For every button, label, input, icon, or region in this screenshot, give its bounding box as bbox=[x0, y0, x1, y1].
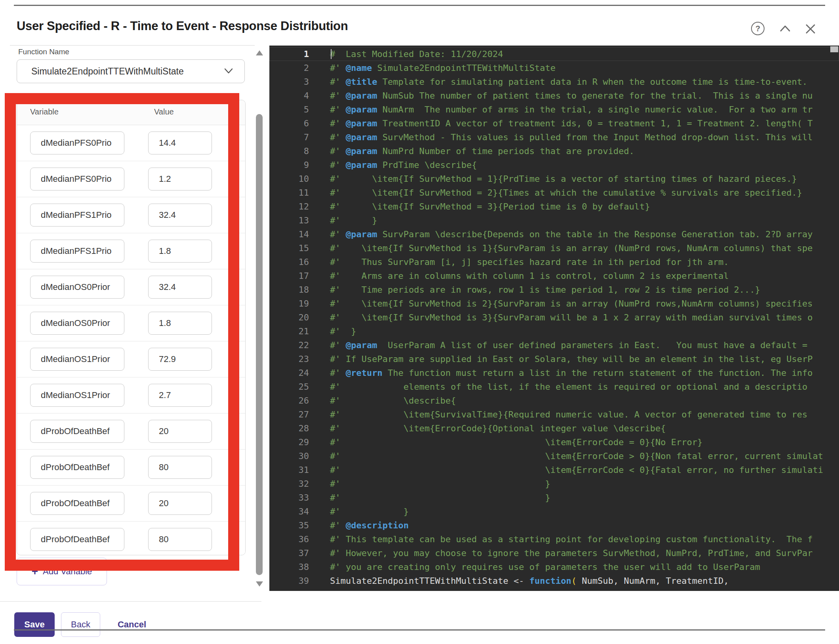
variable-input[interactable] bbox=[30, 420, 124, 443]
code-text: #' \item{ErrorCode = 0}{No Error} bbox=[330, 435, 702, 449]
code-editor[interactable]: 1# Last Modified Date: 11/20/20242#' @na… bbox=[269, 46, 839, 591]
value-input[interactable] bbox=[148, 528, 212, 551]
code-line: 36#' This template can be used as a star… bbox=[269, 532, 839, 546]
code-line: 26#' \describe{ bbox=[269, 394, 839, 408]
variable-input[interactable] bbox=[30, 276, 124, 299]
variable-input[interactable] bbox=[30, 168, 124, 191]
code-line: 29#' \item{ErrorCode = 0}{No Error} bbox=[269, 435, 839, 449]
code-text: SurvMethod, NumPrd, PrdTime, SurvParam, bbox=[330, 588, 786, 591]
code-line: 39Simulate2EndpointTTEWithMultiState <- … bbox=[269, 574, 839, 588]
code-text: #' \item{ErrorCode < 0}{Fatal error, no … bbox=[330, 463, 823, 477]
code-text: #' @param NumArm The number of arms in t… bbox=[330, 103, 813, 116]
code-text: #' \item{If SurvMethod = 1}{PrdTime is a… bbox=[330, 172, 797, 186]
line-number: 35 bbox=[269, 518, 317, 532]
value-input[interactable] bbox=[148, 204, 212, 227]
scroll-up-arrow[interactable] bbox=[256, 50, 263, 55]
code-text: #' \item{If SurvMethod = 2}{Times at whi… bbox=[330, 186, 802, 200]
line-number: 14 bbox=[269, 227, 317, 241]
scroll-down-arrow[interactable] bbox=[256, 581, 263, 587]
code-text: #' @param NumSub The number of patient t… bbox=[330, 89, 813, 103]
table-row bbox=[17, 269, 245, 305]
value-input[interactable] bbox=[148, 420, 212, 443]
line-number: 6 bbox=[269, 116, 317, 130]
code-text: #' elements of the list, if the element … bbox=[330, 380, 807, 394]
add-variable-button[interactable]: + Add Variable bbox=[17, 558, 107, 585]
code-text: #' \item{ErrorCode > 0}{Non fatal error,… bbox=[330, 449, 823, 463]
table-row bbox=[17, 413, 245, 450]
variable-input[interactable] bbox=[30, 492, 124, 515]
code-text: #' @param NumPrd Number of time periods … bbox=[330, 144, 634, 158]
column-header-value: Value bbox=[154, 107, 174, 116]
value-input[interactable] bbox=[148, 348, 212, 371]
line-number: 23 bbox=[269, 352, 317, 366]
top-divider bbox=[14, 5, 825, 6]
table-row bbox=[17, 486, 245, 522]
value-input[interactable] bbox=[148, 168, 212, 191]
code-text: #' @param UserParam A list of user defin… bbox=[330, 338, 807, 352]
save-button[interactable]: Save bbox=[14, 612, 55, 637]
variable-input[interactable] bbox=[30, 312, 124, 335]
table-row bbox=[17, 450, 245, 486]
table-row bbox=[17, 305, 245, 341]
code-text: #' @param SurvParam \describe{Depends on… bbox=[330, 227, 813, 241]
variable-input[interactable] bbox=[30, 348, 124, 371]
help-icon[interactable]: ? bbox=[751, 22, 765, 36]
line-number: 37 bbox=[269, 546, 317, 560]
line-number: 22 bbox=[269, 338, 317, 352]
code-text: #' } bbox=[330, 505, 409, 518]
code-line: 18#' Time periods are in rows, row 1 is … bbox=[269, 283, 839, 297]
code-text: #' This template can be used as a starti… bbox=[330, 532, 813, 546]
value-input[interactable] bbox=[148, 312, 212, 335]
scrollbar-thumb[interactable] bbox=[256, 114, 263, 575]
code-text: #' \item{If SurvMethod is 1}{SurvParam i… bbox=[330, 241, 813, 255]
value-input[interactable] bbox=[148, 131, 212, 154]
variable-input[interactable] bbox=[30, 240, 124, 263]
code-line: 28#' \item{ErrorCode}{Optional integer v… bbox=[269, 421, 839, 435]
cancel-button[interactable]: Cancel bbox=[112, 612, 152, 637]
code-text: # Last Modified Date: 11/20/2024 bbox=[330, 47, 503, 61]
value-input[interactable] bbox=[148, 456, 212, 479]
line-number: 17 bbox=[269, 269, 317, 283]
footer-divider bbox=[0, 601, 261, 602]
line-number: 24 bbox=[269, 366, 317, 380]
code-lines: 1# Last Modified Date: 11/20/20242#' @na… bbox=[269, 47, 839, 591]
table-row bbox=[17, 125, 245, 161]
variable-input[interactable] bbox=[30, 204, 124, 227]
line-number: 18 bbox=[269, 283, 317, 297]
line-number: 31 bbox=[269, 463, 317, 477]
value-input[interactable] bbox=[148, 240, 212, 263]
line-number: 5 bbox=[269, 103, 317, 116]
close-icon[interactable] bbox=[803, 22, 818, 36]
add-variable-label: Add Variable bbox=[43, 566, 92, 577]
variable-input[interactable] bbox=[30, 528, 124, 551]
variable-input[interactable] bbox=[30, 456, 124, 479]
function-name-dropdown[interactable]: Simulate2EndpointTTEWithMultiState bbox=[17, 59, 245, 83]
code-line: 16#' Thus SurvParam [i, j] specifies haz… bbox=[269, 255, 839, 269]
code-line: 32#' } bbox=[269, 477, 839, 491]
code-line: 34#' } bbox=[269, 505, 839, 518]
back-button[interactable]: Back bbox=[61, 612, 100, 637]
chevron-up-icon[interactable] bbox=[778, 22, 792, 36]
code-line: 15#' \item{If SurvMethod is 1}{SurvParam… bbox=[269, 241, 839, 255]
value-input[interactable] bbox=[148, 276, 212, 299]
line-number: 32 bbox=[269, 477, 317, 491]
variable-table: Variable Value bbox=[17, 100, 246, 555]
panel-scrollbar bbox=[254, 46, 265, 591]
code-text: #' @param TreatmentID A vector of treatm… bbox=[330, 116, 813, 130]
bottom-divider bbox=[14, 629, 825, 631]
code-text: #' @name Simulate2EndpointTTEWithMultiSt… bbox=[330, 61, 556, 75]
code-text: #' However, you may choose to ignore the… bbox=[330, 546, 813, 560]
code-line: 33#' } bbox=[269, 491, 839, 505]
variable-input[interactable] bbox=[30, 384, 124, 407]
line-number: 1 bbox=[269, 47, 317, 61]
editor-scrollbar-thumb[interactable] bbox=[830, 46, 838, 52]
line-number: 33 bbox=[269, 491, 317, 505]
variable-input[interactable] bbox=[30, 131, 124, 154]
code-line: 14#' @param SurvParam \describe{Depends … bbox=[269, 227, 839, 241]
code-text: #' Thus SurvParam [i, j] specifies hazar… bbox=[330, 255, 729, 269]
column-header-variable: Variable bbox=[30, 107, 59, 116]
value-input[interactable] bbox=[148, 384, 212, 407]
code-line: 24#' @return The function must return a … bbox=[269, 366, 839, 380]
line-number: 30 bbox=[269, 449, 317, 463]
value-input[interactable] bbox=[148, 492, 212, 515]
